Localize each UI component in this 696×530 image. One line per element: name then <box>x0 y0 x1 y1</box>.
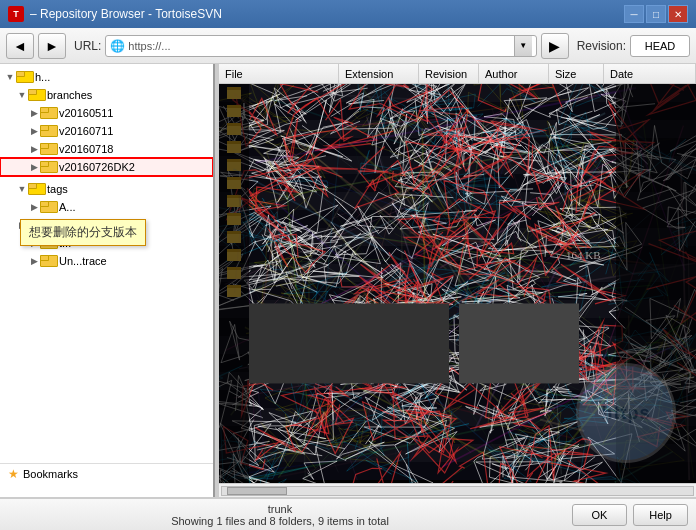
maximize-button[interactable]: □ <box>646 5 666 23</box>
tree-item-v20160711[interactable]: ▶ v20160711 <box>0 122 213 140</box>
file-hscrollbar[interactable] <box>219 483 696 497</box>
expand-v20160718[interactable]: ▶ <box>28 143 40 155</box>
tree-item-v20160511[interactable]: ▶ v20160511 <box>0 104 213 122</box>
url-input[interactable] <box>128 40 509 52</box>
folder-icon-v20160511 <box>40 107 56 119</box>
col-author[interactable]: Author <box>479 64 549 83</box>
expand-v20160726DK2[interactable]: ▶ <box>28 161 40 173</box>
folder-icon-unk <box>40 255 56 267</box>
tree-label-tags: tags <box>47 183 68 195</box>
bookmarks-row[interactable]: ★ Bookmarks <box>0 463 213 483</box>
status-branch: trunk <box>268 503 292 515</box>
tree-label-v20160726DK2: v20160726DK2 <box>59 161 135 173</box>
tree-item-root[interactable]: ▼ h... <box>0 68 213 86</box>
expand-tags[interactable]: ▼ <box>16 183 28 195</box>
expand-branches[interactable]: ▼ <box>16 89 28 101</box>
close-button[interactable]: ✕ <box>668 5 688 23</box>
file-hscroll-thumb[interactable] <box>227 487 287 495</box>
minimize-button[interactable]: ─ <box>624 5 644 23</box>
col-revision[interactable]: Revision <box>419 64 479 83</box>
file-panel: File Extension Revision Author Size Date <box>219 64 696 497</box>
col-size[interactable]: Size <box>549 64 604 83</box>
toolbar: ◄ ► URL: 🌐 ▼ ▶ Revision: <box>0 28 696 64</box>
tree-label-tags-sub: A... <box>59 201 76 213</box>
url-globe-icon: 🌐 <box>110 39 124 53</box>
col-file[interactable]: File <box>219 64 339 83</box>
folder-icon-v20160726DK2 <box>40 161 56 173</box>
tooltip: 想要删除的分支版本 <box>20 219 146 246</box>
forward-button[interactable]: ► <box>38 33 66 59</box>
go-button[interactable]: ▶ <box>541 33 569 59</box>
status-buttons: OK Help <box>572 504 688 526</box>
title-bar-left: T – Repository Browser - TortoiseSVN <box>8 6 222 22</box>
main-content: ▼ h... ▼ branches ▶ v20160511 ▶ v2016071… <box>0 64 696 498</box>
revision-label: Revision: <box>577 39 626 53</box>
tree-item-tags-sub[interactable]: ▶ A... <box>0 198 213 216</box>
folder-icon-v20160718 <box>40 143 56 155</box>
ok-button[interactable]: OK <box>572 504 627 526</box>
tree-label-v20160711: v20160711 <box>59 125 113 137</box>
file-content-canvas <box>219 84 696 483</box>
status-bar: trunk Showing 1 files and 8 folders, 9 i… <box>0 498 696 530</box>
app-icon: T <box>8 6 24 22</box>
tree-item-v20160718[interactable]: ▶ v20160718 <box>0 140 213 158</box>
tree-label-v20160511: v20160511 <box>59 107 113 119</box>
folder-icon-branches <box>28 89 44 101</box>
tree-item-v20160726DK2[interactable]: ▶ v20160726DK2 <box>0 158 213 176</box>
file-header: File Extension Revision Author Size Date <box>219 64 696 84</box>
back-button[interactable]: ◄ <box>6 33 34 59</box>
expand-v20160711[interactable]: ▶ <box>28 125 40 137</box>
title-buttons: ─ □ ✕ <box>624 5 688 23</box>
tree-scrollable[interactable]: ▼ h... ▼ branches ▶ v20160511 ▶ v2016071… <box>0 64 213 497</box>
status-info: Showing 1 files and 8 folders, 9 items i… <box>171 515 389 527</box>
tree-label-root: h... <box>35 71 50 83</box>
col-extension[interactable]: Extension <box>339 64 419 83</box>
col-date[interactable]: Date <box>604 64 696 83</box>
file-hscroll-track[interactable] <box>221 486 694 496</box>
expand-root[interactable]: ▼ <box>4 71 16 83</box>
folder-icon-v20160711 <box>40 125 56 137</box>
revision-input[interactable] <box>630 35 690 57</box>
tree-item-tags[interactable]: ▼ tags <box>0 180 213 198</box>
expand-unk[interactable]: ▶ <box>28 255 40 267</box>
url-dropdown-button[interactable]: ▼ <box>514 36 532 56</box>
url-container: 🌐 ▼ <box>105 35 536 57</box>
tree-item-unk[interactable]: ▶ Un...trace <box>0 252 213 270</box>
folder-icon-tags <box>28 183 44 195</box>
title-bar: T – Repository Browser - TortoiseSVN ─ □… <box>0 0 696 28</box>
tree-label-branches: branches <box>47 89 92 101</box>
folder-icon-tags-sub <box>40 201 56 213</box>
url-label: URL: <box>74 39 101 53</box>
file-body[interactable]: https <box>219 84 696 483</box>
bookmarks-label: Bookmarks <box>23 468 78 480</box>
expand-tags-sub[interactable]: ▶ <box>28 201 40 213</box>
expand-v20160511[interactable]: ▶ <box>28 107 40 119</box>
help-button[interactable]: Help <box>633 504 688 526</box>
tree-item-branches[interactable]: ▼ branches <box>0 86 213 104</box>
tree-label-v20160718: v20160718 <box>59 143 113 155</box>
tree-panel: ▼ h... ▼ branches ▶ v20160511 ▶ v2016071… <box>0 64 215 497</box>
folder-icon-root <box>16 71 32 83</box>
tree-label-unk: Un...trace <box>59 255 107 267</box>
tooltip-text: 想要删除的分支版本 <box>29 225 137 239</box>
star-icon: ★ <box>8 467 19 481</box>
title-text: – Repository Browser - TortoiseSVN <box>30 7 222 21</box>
